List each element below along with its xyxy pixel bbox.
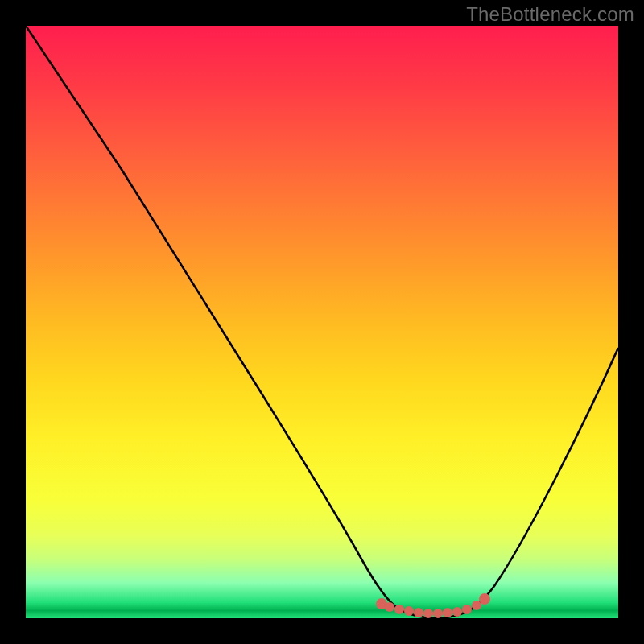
marker-dot: [394, 605, 404, 614]
plot-area: [26, 26, 618, 618]
marker-dot: [404, 606, 414, 616]
marker-dot: [443, 608, 452, 617]
marker-dot: [452, 607, 462, 617]
marker-dot: [423, 609, 433, 618]
chart-frame: TheBottleneck.com: [0, 0, 644, 644]
watermark-text: TheBottleneck.com: [466, 3, 634, 26]
marker-dot: [462, 605, 472, 614]
curve-svg: [26, 26, 618, 618]
bottleneck-curve: [26, 26, 618, 618]
marker-dot: [433, 609, 443, 618]
marker-dot: [479, 593, 490, 605]
marker-dot: [414, 608, 423, 617]
marker-dot: [385, 602, 394, 612]
flat-band-dots: [376, 593, 490, 618]
